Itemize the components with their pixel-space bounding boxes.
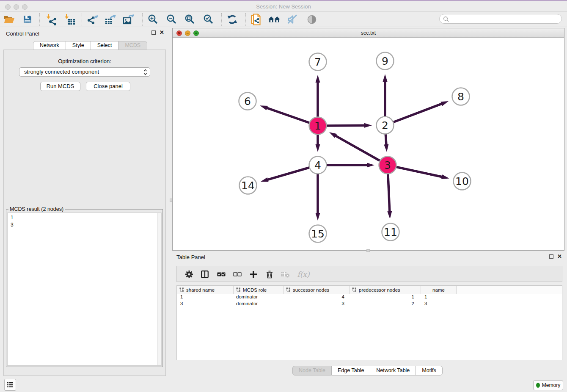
toolbar-separator — [82, 13, 82, 26]
memory-status-icon — [536, 383, 540, 388]
table-cell: dominator — [234, 301, 284, 308]
network-graph[interactable]: 7968124314101511 — [173, 38, 564, 250]
mcds-result-list[interactable]: 1 3 — [7, 213, 162, 366]
graph-edge-arrowhead — [260, 105, 268, 110]
zoom-fit-icon[interactable] — [184, 14, 196, 25]
graph-edge-arrowhead — [384, 144, 388, 152]
graph-node-label: 6 — [244, 95, 251, 108]
column-header-predecessor-nodes[interactable]: predecessor nodes — [350, 286, 421, 294]
table-cell: 2 — [350, 301, 421, 308]
window-titlebar: Session: New Session — [0, 0, 567, 12]
optimization-criterion-select[interactable]: strongly connected component — [19, 67, 150, 77]
graph-node-label: 7 — [314, 56, 321, 68]
tab-style[interactable]: Style — [66, 41, 91, 50]
add-column-icon[interactable] — [248, 269, 259, 279]
column-header-name[interactable]: name — [421, 286, 457, 294]
graph-edge-arrowhead — [383, 74, 388, 82]
float-panel-icon[interactable] — [151, 30, 156, 35]
control-panel: Control Panel ✕ Network Style Select MCD… — [0, 27, 169, 377]
column-header-shared-name[interactable]: shared name — [177, 286, 234, 294]
search-input[interactable] — [439, 14, 562, 24]
table-cell: dominator — [234, 294, 284, 301]
table-cell: 3 — [284, 301, 350, 308]
tab-select[interactable]: Select — [91, 41, 119, 50]
splitter-grip-vertical[interactable] — [170, 199, 172, 202]
table-panel-title: Table Panel — [176, 254, 205, 260]
result-scrollbar[interactable] — [157, 213, 161, 365]
graph-node-label: 2 — [382, 119, 388, 132]
graph-node-label: 8 — [457, 91, 464, 103]
node-table: shared name MCDS role successor nodes pr… — [176, 285, 562, 360]
graph-edge[interactable] — [385, 103, 443, 125]
apply-layout-icon[interactable] — [226, 14, 238, 25]
search-icon — [443, 16, 449, 22]
toolbar-separator — [245, 13, 246, 26]
network-file-share-icon[interactable] — [250, 14, 262, 25]
double-home-icon[interactable] — [268, 14, 280, 25]
toolbar-separator — [142, 13, 143, 26]
table-settings-gear-icon[interactable] — [184, 269, 194, 279]
table-cell: 3 — [421, 301, 457, 308]
graph-node-label: 15 — [311, 228, 325, 240]
export-table-icon[interactable] — [105, 14, 117, 25]
close-panel-button[interactable]: Close panel — [86, 82, 130, 91]
network-view-window: ✕ − + scc.txt 7968124314101511 — [172, 28, 564, 251]
network-window-title: scc.txt — [173, 30, 564, 36]
table-cell: 1 — [421, 294, 457, 301]
table-toolbar: f(x) — [176, 266, 562, 282]
function-builder-icon: f(x) — [296, 269, 311, 279]
close-panel-icon[interactable]: ✕ — [160, 30, 164, 35]
column-header-filler — [457, 286, 562, 294]
table-cell: 1 — [177, 294, 234, 301]
table-row[interactable]: 3dominator323 — [177, 301, 562, 308]
muted-speaker-icon[interactable] — [287, 14, 299, 25]
tab-mcds[interactable]: MCDS — [118, 41, 147, 50]
save-session-icon[interactable] — [22, 14, 33, 25]
network-canvas[interactable]: 7968124314101511 — [173, 38, 564, 250]
open-session-icon[interactable] — [3, 14, 15, 25]
mcds-result-title: MCDS result (2 nodes) — [8, 206, 65, 212]
window-title: Session: New Session — [0, 3, 567, 10]
delete-table-icon-disabled — [280, 269, 290, 279]
mcds-result-group: MCDS result (2 nodes) 1 3 — [6, 209, 163, 367]
graph-edge-arrowhead — [316, 75, 320, 83]
table-body: 1dominator4113dominator323 — [177, 294, 562, 308]
control-panel-tabs: Network Style Select MCDS — [33, 41, 147, 50]
deselect-all-icon[interactable] — [232, 269, 242, 279]
table-row[interactable]: 1dominator411 — [177, 294, 562, 301]
graph-node-label: 3 — [384, 159, 391, 171]
delete-column-trash-icon[interactable] — [264, 269, 275, 279]
graph-edge-arrowhead — [440, 101, 449, 106]
zoom-in-icon[interactable] — [147, 14, 159, 25]
column-header-mcds-role[interactable]: MCDS role — [234, 286, 284, 294]
status-bar: Memory — [0, 377, 567, 392]
graph-edge-arrowhead — [316, 144, 320, 152]
task-history-button[interactable] — [4, 379, 16, 391]
column-header-successor-nodes[interactable]: successor nodes — [284, 286, 350, 294]
import-network-icon[interactable] — [46, 14, 58, 25]
memory-button[interactable]: Memory — [533, 380, 563, 390]
import-table-icon[interactable] — [64, 14, 76, 25]
graph-edge-arrowhead — [316, 213, 320, 221]
table-cell: 3 — [177, 301, 234, 308]
graph-node-label: 1 — [314, 120, 321, 132]
control-panel-title: Control Panel — [6, 30, 39, 37]
zoom-out-icon[interactable] — [166, 14, 178, 25]
run-mcds-button[interactable]: Run MCDS — [40, 82, 80, 91]
tab-node-table[interactable]: Node Table — [292, 366, 332, 375]
column-visibility-icon[interactable] — [200, 269, 210, 279]
graph-node-label: 9 — [382, 55, 388, 67]
select-all-icon[interactable] — [216, 269, 226, 279]
contrast-sphere-icon[interactable] — [306, 14, 318, 25]
tab-motifs[interactable]: Motifs — [416, 366, 442, 375]
close-table-panel-icon[interactable]: ✕ — [557, 254, 562, 259]
tab-network-table[interactable]: Network Table — [370, 366, 416, 375]
tab-network[interactable]: Network — [33, 41, 66, 50]
export-image-icon[interactable] — [123, 14, 135, 25]
table-header: shared name MCDS role successor nodes pr… — [177, 286, 562, 294]
float-table-panel-icon[interactable] — [549, 254, 553, 259]
table-cell: 4 — [284, 294, 350, 301]
zoom-selected-icon[interactable] — [203, 14, 215, 25]
tab-edge-table[interactable]: Edge Table — [332, 366, 370, 375]
export-network-icon[interactable] — [87, 14, 99, 25]
